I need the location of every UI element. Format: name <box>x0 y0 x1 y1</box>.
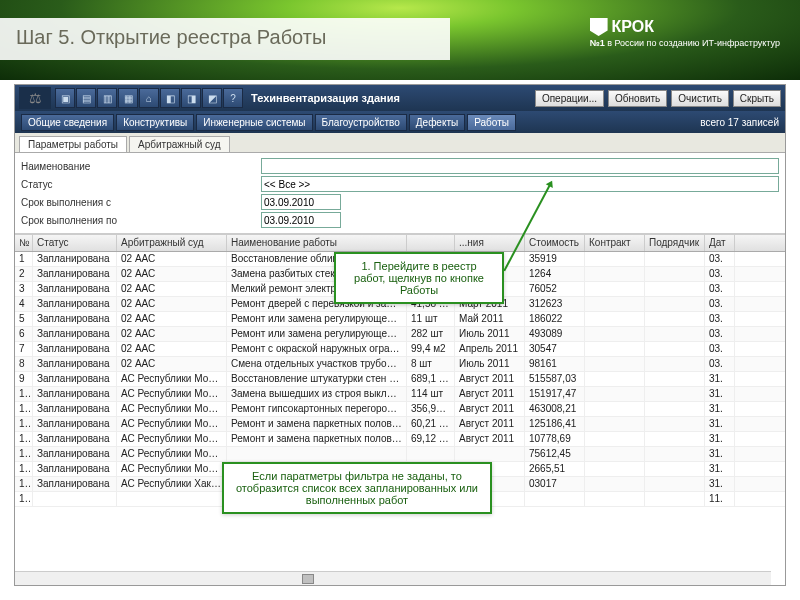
subtab-arbitration[interactable]: Арбитражный суд <box>129 136 230 152</box>
filter-date-to[interactable] <box>261 212 341 228</box>
filter-status-select[interactable] <box>261 176 779 192</box>
toolbar-icon-9[interactable]: ? <box>223 88 243 108</box>
cell <box>585 387 645 401</box>
app-header: ⚖ ▣ ▤ ▥ ▦ ⌂ ◧ ◨ ◩ ? Техинвентаризация зд… <box>15 85 785 111</box>
col-date[interactable]: Дат <box>705 235 735 251</box>
cell <box>645 477 705 491</box>
cell: Запланирована <box>33 297 117 311</box>
table-row[interactable]: 11ЗапланированаАС Республики Морд…Ремонт… <box>15 402 785 417</box>
cell: 03. <box>705 267 735 281</box>
cell: 6 <box>15 327 33 341</box>
refresh-button[interactable]: Обновить <box>608 90 667 107</box>
table-row[interactable]: 10ЗапланированаАС Республики Морд…Замена… <box>15 387 785 402</box>
record-count: всего 17 записей <box>700 117 779 128</box>
tab-engineering[interactable]: Инженерные системы <box>196 114 312 131</box>
brand-name: КРОК <box>612 18 654 36</box>
cell: Апрель 2011 <box>455 342 525 356</box>
cell <box>645 417 705 431</box>
table-row[interactable]: 9ЗапланированаАС Республики Морд…Восстан… <box>15 372 785 387</box>
clear-button[interactable]: Очистить <box>671 90 729 107</box>
cell: 02 ААС <box>117 297 227 311</box>
toolbar-icon-1[interactable]: ▣ <box>55 88 75 108</box>
cell: Май 2011 <box>455 312 525 326</box>
col-num[interactable]: № <box>15 235 33 251</box>
toolbar-icon-2[interactable]: ▤ <box>76 88 96 108</box>
cell: 02 ААС <box>117 342 227 356</box>
app-emblem-icon: ⚖ <box>19 87 51 109</box>
col-volume[interactable] <box>407 235 455 251</box>
cell: 03. <box>705 312 735 326</box>
cell: 31. <box>705 372 735 386</box>
toolbar-icon-4[interactable]: ▦ <box>118 88 138 108</box>
cell: 31. <box>705 387 735 401</box>
operations-button[interactable]: Операции... <box>535 90 604 107</box>
cell: Запланирована <box>33 402 117 416</box>
col-cost[interactable]: Стоимость <box>525 235 585 251</box>
table-row[interactable]: 13ЗапланированаАС Республики Морд…Ремонт… <box>15 432 785 447</box>
cell: 2665,51 <box>525 462 585 476</box>
cell <box>455 447 525 461</box>
cell: 03. <box>705 342 735 356</box>
cell: 282 шт <box>407 327 455 341</box>
cell: 125186,41 <box>525 417 585 431</box>
table-row[interactable]: 12ЗапланированаАС Республики Морд…Ремонт… <box>15 417 785 432</box>
cell <box>585 462 645 476</box>
tab-constructs[interactable]: Конструктивы <box>116 114 194 131</box>
subtab-work-params[interactable]: Параметры работы <box>19 136 127 152</box>
col-status[interactable]: Статус <box>33 235 117 251</box>
col-contractor[interactable]: Подрядчик <box>645 235 705 251</box>
nav-tabs: Общие сведения Конструктивы Инженерные с… <box>15 111 785 133</box>
cell <box>645 252 705 266</box>
toolbar-icon-6[interactable]: ◧ <box>160 88 180 108</box>
cell <box>117 492 227 506</box>
cell: 5 <box>15 312 33 326</box>
cell: АС Республики Морд… <box>117 432 227 446</box>
cell: 60,21 м2 <box>407 417 455 431</box>
tab-general[interactable]: Общие сведения <box>21 114 114 131</box>
filter-date-from[interactable] <box>261 194 341 210</box>
cell <box>645 387 705 401</box>
tab-works[interactable]: Работы <box>467 114 516 131</box>
cell: Ремонт гипсокартонных перегородок с … <box>227 402 407 416</box>
cell: Август 2011 <box>455 432 525 446</box>
cell: Замена вышедших из строя выключате… <box>227 387 407 401</box>
tab-defects[interactable]: Дефекты <box>409 114 465 131</box>
table-row[interactable]: 7Запланирована02 ААСРемонт с окраской на… <box>15 342 785 357</box>
cell <box>585 432 645 446</box>
cell <box>585 477 645 491</box>
toolbar-icon-5[interactable]: ⌂ <box>139 88 159 108</box>
cell: 03. <box>705 252 735 266</box>
col-court[interactable]: Арбитражный суд <box>117 235 227 251</box>
table-row[interactable]: 6Запланирована02 ААСРемонт или замена ре… <box>15 327 785 342</box>
hide-button[interactable]: Скрыть <box>733 90 781 107</box>
cell: Август 2011 <box>455 387 525 401</box>
cell: 12 <box>15 417 33 431</box>
cell: Запланирована <box>33 252 117 266</box>
cell: 03. <box>705 282 735 296</box>
cell <box>645 267 705 281</box>
table-row[interactable]: 14ЗапланированаАС Республики Морд…75612,… <box>15 447 785 462</box>
cell: 11 шт <box>407 312 455 326</box>
cell: 1264 <box>525 267 585 281</box>
cell: 31. <box>705 462 735 476</box>
cell: 356,95 м2 <box>407 402 455 416</box>
cell <box>407 447 455 461</box>
cell: Запланирована <box>33 267 117 281</box>
horizontal-scrollbar[interactable] <box>15 571 771 585</box>
table-row[interactable]: 8Запланирована02 ААССмена отдельных учас… <box>15 357 785 372</box>
cell <box>645 342 705 356</box>
tab-landscaping[interactable]: Благоустройство <box>315 114 407 131</box>
cell: Запланирована <box>33 387 117 401</box>
cell: 10 <box>15 387 33 401</box>
toolbar-icon-3[interactable]: ▥ <box>97 88 117 108</box>
cell: 8 шт <box>407 357 455 371</box>
cell: 2 <box>15 267 33 281</box>
col-contract[interactable]: Контракт <box>585 235 645 251</box>
scrollbar-thumb[interactable] <box>302 574 314 584</box>
table-row[interactable]: 5Запланирована02 ААСРемонт или замена ре… <box>15 312 785 327</box>
col-work-name[interactable]: Наименование работы <box>227 235 407 251</box>
toolbar-icon-7[interactable]: ◨ <box>181 88 201 108</box>
toolbar-icon-8[interactable]: ◩ <box>202 88 222 108</box>
cell: 515587,03 <box>525 372 585 386</box>
filter-name-input[interactable] <box>261 158 779 174</box>
